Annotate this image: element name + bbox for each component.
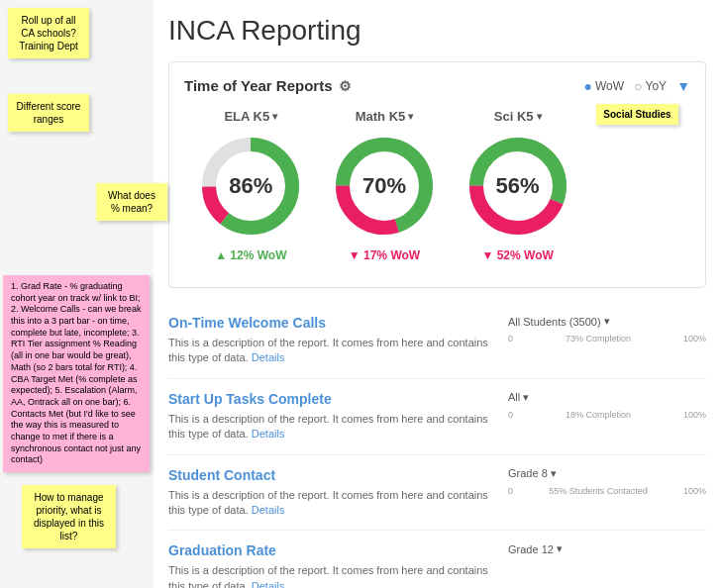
grad-right: Grade 12 ▾ [508, 542, 706, 561]
welcome-calls-label: 73% Completion [566, 334, 631, 343]
welcome-calls-right: All Students (3500) ▾ 0 73% Completion 1… [508, 315, 706, 343]
math-wow: ▼ 17% WoW [349, 248, 420, 262]
contact-title[interactable]: Student Contact [168, 467, 493, 483]
ela-donut: 86% [196, 132, 305, 241]
welcome-calls-desc: This is a description of the report. It … [168, 336, 493, 366]
radio-yoy-empty: ○ [634, 78, 642, 94]
radio-wow[interactable]: ● WoW [584, 78, 625, 94]
math-chevron: ▾ [408, 111, 413, 122]
startup-info: Start Up Tasks Complete This is a descri… [168, 391, 493, 442]
startup-title[interactable]: Start Up Tasks Complete [168, 391, 493, 407]
filter-icon[interactable]: ▼ [676, 78, 690, 94]
grad-title[interactable]: Graduation Rate [168, 542, 493, 558]
welcome-calls-details-link[interactable]: Details [252, 351, 285, 363]
welcome-calls-chevron: ▾ [604, 315, 610, 328]
contact-info: Student Contact This is a description of… [168, 467, 493, 519]
grad-details-link[interactable]: Details [252, 580, 285, 588]
ela-label[interactable]: ELA K5 ▾ [224, 109, 277, 124]
ela-chevron: ▾ [272, 111, 277, 122]
startup-details-link[interactable]: Details [252, 428, 285, 440]
welcome-calls-bounds: 0 73% Completion 100% [508, 334, 706, 343]
sci-wow: ▼ 52% WoW [481, 248, 553, 262]
math-donut: 70% [330, 132, 439, 241]
math-chart: Math K5 ▾ 70% ▼ 17% WoW [330, 109, 439, 262]
sci-chart: Sci K5 ▾ 56% ▼ 52% WoW [464, 109, 572, 262]
math-value: 70% [362, 173, 406, 199]
card-title: Time of Year Reports ⚙ [184, 77, 352, 94]
grad-filter[interactable]: Grade 12 ▾ [508, 542, 706, 555]
contact-right: Grade 8 ▾ 0 55% Students Contacted 100% [508, 467, 706, 496]
report-welcome-calls: On-Time Welcome Calls This is a descript… [168, 303, 706, 379]
radio-yoy[interactable]: ○ YoY [634, 78, 667, 94]
report-student-contact: Student Contact This is a description of… [168, 455, 706, 532]
ela-chart: ELA K5 ▾ 86% ▲ 12% WoW [196, 109, 305, 262]
sticky-pink-notes: 1. Grad Rate - % graduating cohort year … [3, 275, 150, 472]
sci-value: 56% [496, 173, 540, 199]
ela-wow: ▲ 12% WoW [215, 248, 286, 262]
startup-desc: This is a description of the report. It … [168, 412, 493, 442]
grad-desc: This is a description of the report. It … [168, 563, 493, 588]
sci-chevron: ▾ [537, 111, 542, 122]
contact-label: 55% Students Contacted [549, 486, 648, 496]
startup-filter[interactable]: All ▾ [508, 391, 706, 404]
sticky-social-studies: Social Studies [596, 104, 677, 125]
contact-filter[interactable]: Grade 8 ▾ [508, 467, 706, 480]
sci-label[interactable]: Sci K5 ▾ [494, 109, 542, 124]
report-startup-tasks: Start Up Tasks Complete This is a descri… [168, 379, 706, 455]
startup-bounds: 0 18% Completion 100% [508, 410, 706, 420]
page-title: INCA Reporting [168, 10, 706, 47]
time-of-year-card: Time of Year Reports ⚙ ● WoW ○ YoY ▼ E [168, 61, 706, 288]
radio-wow-filled: ● [584, 78, 592, 94]
charts-row: ELA K5 ▾ 86% ▲ 12% WoW [184, 109, 690, 262]
sci-donut: 56% [464, 132, 572, 241]
sticky-priority: How to manage priority, what is displaye… [22, 485, 116, 548]
sticky-roll-up: Roll up of all CA schools? Training Dept [8, 8, 89, 58]
sticky-score-ranges: Different score ranges [8, 94, 89, 132]
contact-bounds: 0 55% Students Contacted 100% [508, 486, 706, 496]
welcome-calls-info: On-Time Welcome Calls This is a descript… [168, 315, 493, 366]
grad-info: Graduation Rate This is a description of… [168, 542, 493, 588]
startup-label: 18% Completion [566, 410, 631, 420]
welcome-calls-title[interactable]: On-Time Welcome Calls [168, 315, 493, 331]
startup-right: All ▾ 0 18% Completion 100% [508, 391, 706, 420]
welcome-calls-filter[interactable]: All Students (3500) ▾ [508, 315, 706, 328]
main-content: INCA Reporting Time of Year Reports ⚙ ● … [154, 0, 721, 588]
ela-value: 86% [229, 173, 272, 199]
sticky-percent-meaning: What does % mean? [96, 183, 167, 221]
card-header: Time of Year Reports ⚙ ● WoW ○ YoY ▼ [184, 77, 690, 94]
radio-group: ● WoW ○ YoY ▼ [584, 78, 691, 94]
startup-chevron: ▾ [523, 391, 529, 404]
contact-chevron: ▾ [551, 467, 557, 480]
gear-icon[interactable]: ⚙ [339, 78, 352, 94]
grad-chevron: ▾ [557, 542, 563, 555]
math-label[interactable]: Math K5 ▾ [356, 109, 414, 124]
report-graduation-rate: Graduation Rate This is a description of… [168, 531, 706, 588]
contact-details-link[interactable]: Details [252, 504, 285, 516]
contact-desc: This is a description of the report. It … [168, 488, 493, 519]
